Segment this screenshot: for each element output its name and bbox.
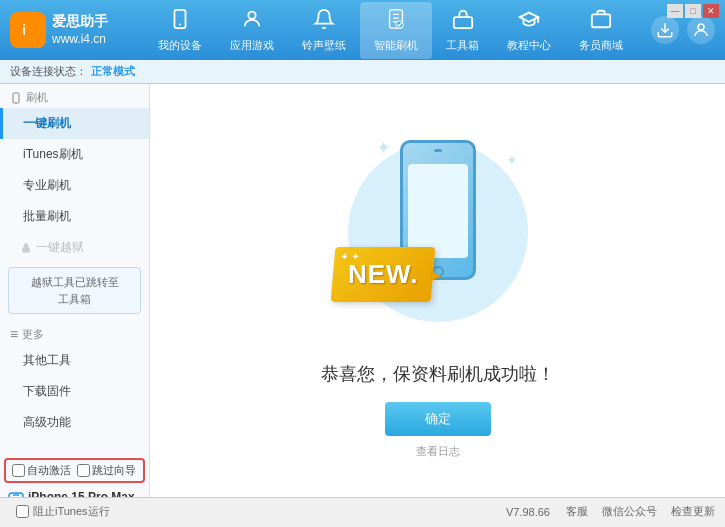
success-message: 恭喜您，保资料刷机成功啦！	[321, 362, 555, 386]
nav-service-label: 务员商域	[579, 38, 623, 53]
nav-apps-games[interactable]: 应用游戏	[216, 2, 288, 59]
sidebar-item-download-firmware[interactable]: 下载固件	[0, 376, 149, 407]
nav-ringtone[interactable]: 铃声壁纸	[288, 2, 360, 59]
sidebar-notice: 越狱工具已跳转至工具箱	[8, 267, 141, 314]
nav-smart-flash[interactable]: 智能刷机	[360, 2, 432, 59]
nav-toolbox-label: 工具箱	[446, 38, 479, 53]
auto-activate-checkbox[interactable]	[12, 464, 25, 477]
auto-activate-label[interactable]: 自动激活	[27, 463, 71, 478]
app-subtitle: www.i4.cn	[52, 31, 108, 48]
sidebar-item-batch-flash[interactable]: 批量刷机	[0, 201, 149, 232]
flash-icon	[385, 8, 407, 36]
sidebar-bottom-area: 自动激活 跳过向导 iPhone 15 Pro Max 512GB iPhone	[0, 458, 149, 497]
nav-smart-flash-label: 智能刷机	[374, 38, 418, 53]
status-bar: 设备连接状态： 正常模式	[0, 60, 725, 84]
app-title: 爱思助手	[52, 12, 108, 32]
bottom-bar: 阻止iTunes运行 V7.98.66 客服 微信公众号 检查更新	[0, 497, 725, 525]
user-button[interactable]	[687, 16, 715, 44]
device-name: iPhone 15 Pro Max	[28, 490, 135, 497]
sidebar-item-pro-flash[interactable]: 专业刷机	[0, 170, 149, 201]
main-layout: 刷机 一键刷机 iTunes刷机 专业刷机 批量刷机 一键越狱 越狱工具已跳转至…	[0, 84, 725, 497]
itunes-label: 阻止iTunes运行	[33, 504, 110, 519]
sidebar-item-batch-flash-label: 批量刷机	[23, 209, 71, 223]
version-label: V7.98.66	[506, 506, 550, 518]
nav-toolbox[interactable]: 工具箱	[432, 2, 493, 59]
sidebar-item-itunes-flash[interactable]: iTunes刷机	[0, 139, 149, 170]
toolbox-icon	[452, 8, 474, 36]
new-text: NEW.	[347, 259, 417, 290]
header-right	[651, 16, 715, 44]
nav-service[interactable]: 务员商域	[565, 2, 637, 59]
maximize-button[interactable]: □	[685, 4, 701, 18]
sidebar-section-more-label: 更多	[22, 327, 44, 342]
link-customer-service[interactable]: 客服	[566, 504, 588, 519]
link-wechat[interactable]: 微信公众号	[602, 504, 657, 519]
window-controls: — □ ✕	[667, 4, 719, 18]
status-mode: 正常模式	[91, 64, 135, 79]
sidebar-item-jailbreak: 一键越狱	[0, 232, 149, 263]
header: i 爱思助手 www.i4.cn 我的设备 应用游戏	[0, 0, 725, 60]
bottom-right-links: 客服 微信公众号 检查更新	[566, 504, 715, 519]
close-button[interactable]: ✕	[703, 4, 719, 18]
content-area: ✦ ✦ ✦ ✦ ✦ NEW. ▶ 恭喜您，保资料刷机成功啦！	[150, 84, 725, 497]
nav-tutorial[interactable]: 教程中心	[493, 2, 565, 59]
nav-my-device[interactable]: 我的设备	[144, 2, 216, 59]
new-ribbon: ✦ ✦ NEW. ▶	[330, 247, 435, 302]
sidebar-item-advanced-label: 高级功能	[23, 415, 71, 429]
sidebar-item-jailbreak-label: 一键越狱	[36, 239, 84, 256]
sidebar-device-options: 自动激活 跳过向导	[4, 458, 145, 483]
sidebar-item-one-key-flash[interactable]: 一键刷机	[0, 108, 149, 139]
sidebar-item-other-tools[interactable]: 其他工具	[0, 345, 149, 376]
phone-screen	[408, 164, 468, 258]
confirm-button[interactable]: 确定	[385, 402, 491, 436]
nav-my-device-label: 我的设备	[158, 38, 202, 53]
ribbon-arrow: ▶	[429, 267, 441, 283]
svg-point-3	[179, 23, 181, 25]
svg-text:i: i	[22, 22, 26, 38]
nav-items: 我的设备 应用游戏 铃声壁纸 智能刷机	[130, 2, 651, 59]
sidebar-item-other-tools-label: 其他工具	[23, 353, 71, 367]
nav-tutorial-label: 教程中心	[507, 38, 551, 53]
nav-apps-label: 应用游戏	[230, 38, 274, 53]
sidebar-item-one-key-flash-label: 一键刷机	[23, 116, 71, 130]
svg-rect-8	[592, 14, 610, 27]
ringtone-icon	[313, 8, 335, 36]
sidebar: 刷机 一键刷机 iTunes刷机 专业刷机 批量刷机 一键越狱 越狱工具已跳转至…	[0, 84, 150, 497]
logo-text: 爱思助手 www.i4.cn	[52, 12, 108, 48]
sparkle-1: ✦	[376, 137, 391, 159]
skip-guide-label[interactable]: 跳过向导	[92, 463, 136, 478]
sidebar-section-more: ≡ 更多	[0, 320, 149, 345]
minimize-button[interactable]: —	[667, 4, 683, 18]
status-prefix: 设备连接状态：	[10, 64, 87, 79]
sidebar-item-download-firmware-label: 下载固件	[23, 384, 71, 398]
sidebar-device-info: iPhone 15 Pro Max 512GB iPhone	[0, 486, 149, 497]
device-detail: iPhone 15 Pro Max 512GB iPhone	[28, 490, 135, 497]
device-icon	[169, 8, 191, 36]
svg-point-10	[698, 24, 704, 30]
apps-icon	[241, 8, 263, 36]
phone-illustration: ✦ ✦ ✦ ✦ ✦ NEW. ▶	[328, 122, 548, 342]
svg-rect-12	[23, 247, 30, 252]
skip-guide-checkbox[interactable]	[77, 464, 90, 477]
sidebar-section-flash-label: 刷机	[26, 90, 48, 105]
sidebar-item-pro-flash-label: 专业刷机	[23, 178, 71, 192]
log-link[interactable]: 查看日志	[416, 444, 460, 459]
sidebar-item-itunes-flash-label: iTunes刷机	[23, 147, 83, 161]
sparkle-2: ✦	[506, 152, 518, 168]
tutorial-icon	[518, 8, 540, 36]
itunes-block: 阻止iTunes运行	[10, 502, 116, 521]
nav-ringtone-label: 铃声壁纸	[302, 38, 346, 53]
svg-rect-7	[453, 17, 471, 28]
svg-point-4	[248, 11, 255, 18]
service-icon	[590, 8, 612, 36]
logo-icon: i	[10, 12, 46, 48]
phone-speaker	[434, 149, 442, 152]
svg-point-0	[18, 20, 38, 40]
itunes-checkbox[interactable]	[16, 505, 29, 518]
download-button[interactable]	[651, 16, 679, 44]
link-check-update[interactable]: 检查更新	[671, 504, 715, 519]
sidebar-item-advanced[interactable]: 高级功能	[0, 407, 149, 438]
logo: i 爱思助手 www.i4.cn	[10, 12, 110, 48]
sidebar-section-flash: 刷机	[0, 84, 149, 108]
svg-rect-11	[13, 93, 19, 103]
